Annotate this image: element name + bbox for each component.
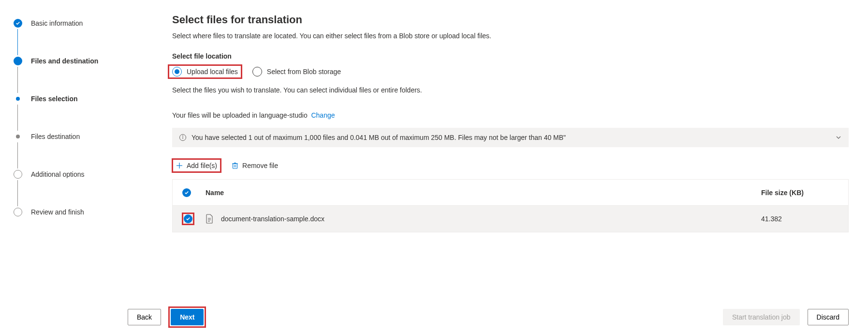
plus-icon — [176, 162, 183, 169]
step-label: Review and finish — [31, 208, 84, 216]
page-title: Select files for translation — [172, 14, 849, 26]
document-icon — [206, 214, 213, 224]
remove-file-button[interactable]: Remove file — [228, 159, 282, 172]
info-icon — [179, 134, 187, 141]
file-size: 41.382 — [761, 215, 839, 223]
col-header-size[interactable]: File size (KB) — [761, 189, 839, 197]
start-translation-button: Start translation job — [723, 309, 800, 325]
add-files-button[interactable]: Add file(s) — [172, 159, 221, 172]
step-label: Files selection — [31, 95, 77, 103]
step-files-selection[interactable]: Files selection — [14, 93, 150, 105]
col-header-name[interactable]: Name — [206, 189, 761, 197]
svg-point-2 — [182, 136, 183, 136]
radio-blob-storage[interactable]: Select from Blob storage — [252, 67, 341, 76]
step-connector — [17, 67, 150, 93]
step-current-icon — [14, 57, 22, 65]
step-files-and-destination[interactable]: Files and destination — [14, 55, 150, 67]
upload-target-text: Your files will be uploaded in language-… — [172, 111, 849, 119]
step-label: Files destination — [31, 133, 80, 140]
wizard-steps: Basic information Files and destination … — [0, 0, 150, 336]
substep-current-icon — [16, 97, 20, 101]
step-connector — [17, 142, 150, 168]
discard-button[interactable]: Discard — [808, 309, 849, 325]
page-description: Select where files to translate are loca… — [172, 32, 849, 40]
step-basic-information[interactable]: Basic information — [14, 17, 150, 29]
step-future-icon — [14, 170, 22, 179]
step-label: Files and destination — [31, 57, 98, 65]
info-message: You have selected 1 out of maximum 1,000… — [191, 134, 830, 141]
table-header: Name File size (KB) — [173, 180, 848, 206]
radio-label: Upload local files — [187, 68, 238, 76]
next-button[interactable]: Next — [171, 309, 204, 325]
hint-text: Select the files you wish to translate. … — [172, 86, 849, 94]
step-review-and-finish[interactable]: Review and finish — [14, 206, 150, 218]
radio-label: Select from Blob storage — [267, 68, 341, 76]
highlight-next: Next — [169, 307, 206, 327]
main-panel: Select files for translation Select wher… — [150, 0, 868, 336]
cmd-label: Remove file — [242, 162, 278, 169]
step-connector — [17, 180, 150, 206]
change-container-link[interactable]: Change — [311, 111, 335, 119]
svg-rect-5 — [233, 164, 237, 168]
highlight-upload-local: Upload local files — [168, 65, 242, 78]
radio-upload-local[interactable]: Upload local files — [172, 67, 238, 76]
step-additional-options[interactable]: Additional options — [14, 168, 150, 180]
select-all-checkbox[interactable] — [182, 188, 191, 197]
selection-info-bar[interactable]: You have selected 1 out of maximum 1,000… — [172, 128, 849, 147]
back-button[interactable]: Back — [128, 309, 161, 325]
radio-selected-icon — [172, 67, 182, 76]
wizard-footer: Back Next Start translation job Discard — [128, 307, 849, 327]
table-row[interactable]: document-translation-sample.docx 41.382 — [173, 206, 848, 232]
chevron-down-icon[interactable] — [835, 134, 842, 141]
row-checkbox[interactable] — [184, 214, 192, 223]
cmd-label: Add file(s) — [187, 162, 217, 169]
file-location-radiogroup: Upload local files Select from Blob stor… — [172, 67, 849, 76]
highlight-add-files: Add file(s) — [172, 159, 221, 172]
step-label: Additional options — [31, 170, 85, 178]
substep-future-icon — [16, 135, 20, 138]
section-label-location: Select file location — [172, 52, 849, 60]
highlight-row-check — [182, 213, 194, 225]
step-connector — [17, 29, 150, 55]
step-files-destination[interactable]: Files destination — [14, 131, 150, 142]
file-name: document-translation-sample.docx — [221, 215, 324, 223]
step-future-icon — [14, 208, 22, 216]
trash-icon — [232, 162, 238, 169]
file-commands: Add file(s) Remove file — [172, 159, 849, 172]
step-label: Basic information — [31, 19, 83, 27]
checkmark-icon — [14, 19, 22, 28]
radio-unselected-icon — [252, 67, 262, 76]
step-connector — [17, 105, 150, 131]
files-table: Name File size (KB) document-translation… — [172, 179, 849, 232]
